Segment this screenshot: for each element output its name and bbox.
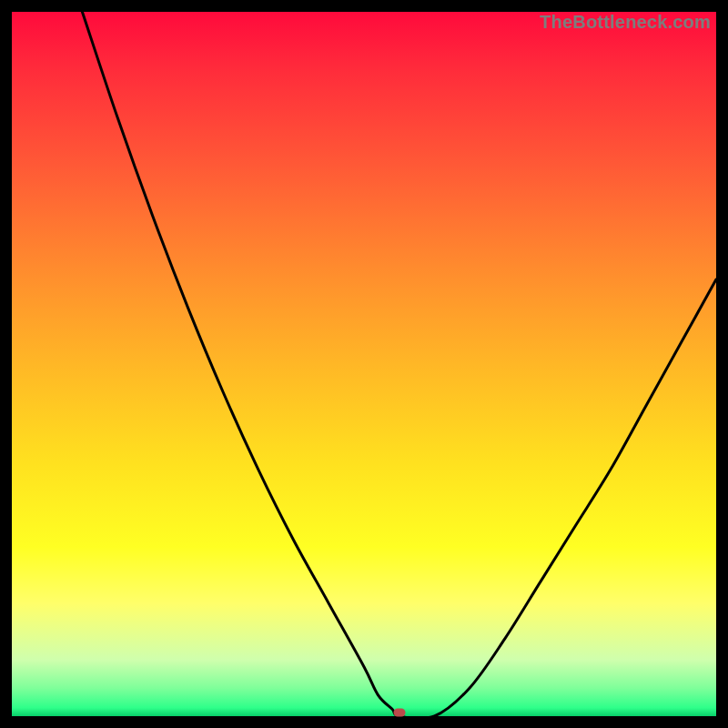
bottleneck-curve	[82, 12, 716, 719]
chart-frame: TheBottleneck.com	[0, 0, 728, 728]
minimum-marker	[393, 709, 405, 717]
curve-layer	[12, 12, 716, 716]
plot-area: TheBottleneck.com	[12, 12, 716, 716]
